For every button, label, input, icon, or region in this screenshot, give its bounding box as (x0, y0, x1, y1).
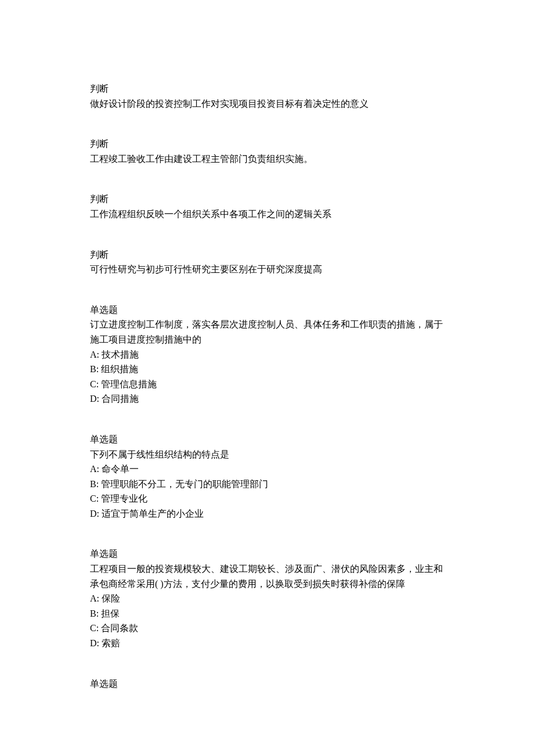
question-item: 单选题 下列不属于线性组织结构的特点是 A: 命令单一 B: 管理职能不分工，无… (90, 432, 444, 521)
question-type: 判断 (90, 247, 444, 262)
question-option: B: 管理职能不分工，无专门的职能管理部门 (90, 477, 444, 492)
question-option: A: 命令单一 (90, 462, 444, 477)
question-option: C: 管理信息措施 (90, 377, 444, 392)
question-item: 判断 做好设计阶段的投资控制工作对实现项目投资目标有着决定性的意义 (90, 81, 444, 111)
question-type: 判断 (90, 192, 444, 207)
question-text: 工程竣工验收工作由建设工程主管部门负责组织实施。 (90, 152, 444, 167)
question-option: A: 保险 (90, 591, 444, 606)
question-option: C: 管理专业化 (90, 491, 444, 506)
question-option: A: 技术措施 (90, 347, 444, 362)
question-type: 单选题 (90, 676, 444, 692)
question-option: B: 担保 (90, 606, 444, 621)
question-option: D: 合同措施 (90, 391, 444, 406)
question-text: 工程项目一般的投资规模较大、建设工期较长、涉及面广、潜伏的风险因素多，业主和承包… (90, 561, 444, 591)
question-item: 判断 工作流程组织反映一个组织关系中各项工作之间的逻辑关系 (90, 192, 444, 221)
question-type: 单选题 (90, 432, 444, 447)
question-option: D: 适宜于简单生产的小企业 (90, 506, 444, 521)
question-item: 单选题 (90, 676, 444, 692)
question-item: 单选题 订立进度控制工作制度，落实各层次进度控制人员、具体任务和工作职责的措施，… (90, 303, 444, 406)
question-option: B: 组织措施 (90, 362, 444, 377)
question-item: 单选题 工程项目一般的投资规模较大、建设工期较长、涉及面广、潜伏的风险因素多，业… (90, 546, 444, 650)
question-type: 单选题 (90, 303, 444, 318)
question-type: 判断 (90, 81, 444, 96)
question-text: 做好设计阶段的投资控制工作对实现项目投资目标有着决定性的意义 (90, 96, 444, 111)
question-type: 单选题 (90, 546, 444, 561)
question-text: 下列不属于线性组织结构的特点是 (90, 447, 444, 462)
question-text: 订立进度控制工作制度，落实各层次进度控制人员、具体任务和工作职责的措施，属于施工… (90, 317, 444, 347)
question-text: 工作流程组织反映一个组织关系中各项工作之间的逻辑关系 (90, 207, 444, 222)
question-type: 判断 (90, 136, 444, 152)
question-option: C: 合同条款 (90, 621, 444, 636)
question-item: 判断 可行性研究与初步可行性研究主要区别在于研究深度提高 (90, 247, 444, 277)
question-text: 可行性研究与初步可行性研究主要区别在于研究深度提高 (90, 262, 444, 277)
question-option: D: 索赔 (90, 636, 444, 651)
question-item: 判断 工程竣工验收工作由建设工程主管部门负责组织实施。 (90, 136, 444, 166)
